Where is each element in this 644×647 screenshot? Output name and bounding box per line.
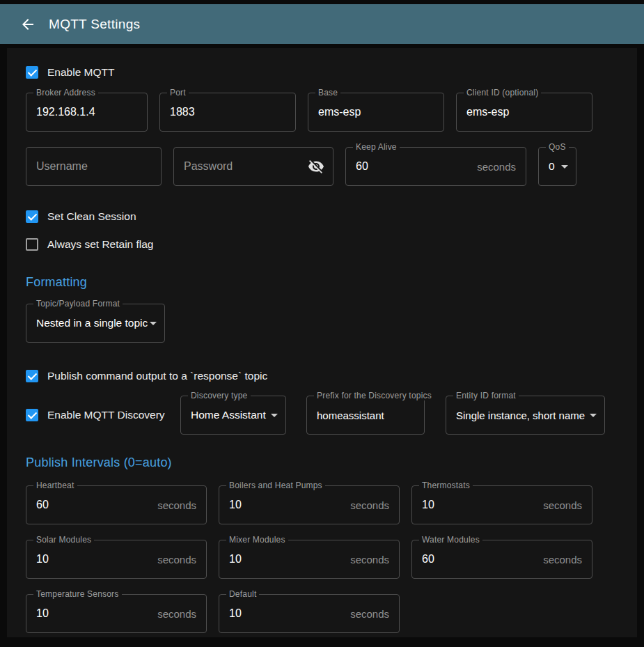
username-field[interactable] — [26, 147, 162, 186]
publish-response-label: Publish command output to a `response` t… — [47, 370, 267, 382]
enable-discovery-checkbox[interactable] — [26, 409, 38, 421]
dropdown-caret-icon — [590, 414, 597, 417]
retain-flag-label: Always set Retain flag — [47, 238, 154, 251]
default-interval-input[interactable] — [219, 595, 399, 632]
temperature-sensors-input[interactable] — [26, 595, 206, 632]
water-label: Water Modules — [419, 535, 482, 545]
content-panel: Enable MQTT Broker Address Port Base Cli… — [7, 48, 637, 637]
clean-session-checkbox[interactable] — [26, 210, 38, 223]
water-input[interactable] — [412, 540, 592, 578]
temperature-sensors-label: Temperature Sensors — [33, 589, 122, 599]
heartbeat-field[interactable]: Heartbeat seconds — [26, 485, 207, 524]
keep-alive-field[interactable]: Keep Alive seconds — [345, 147, 526, 186]
port-input[interactable] — [160, 93, 295, 131]
page-title: MQTT Settings — [49, 17, 140, 32]
default-interval-field[interactable]: Default seconds — [219, 594, 400, 633]
enable-discovery-row[interactable]: Enable MQTT Discovery — [26, 409, 180, 421]
dropdown-caret-icon — [561, 165, 568, 169]
discovery-prefix-field[interactable]: Prefix for the Discovery topics — [306, 396, 425, 435]
keep-alive-input[interactable] — [346, 148, 526, 185]
mixer-label: Mixer Modules — [226, 535, 288, 545]
solar-input[interactable] — [26, 540, 206, 578]
base-label: Base — [315, 88, 340, 98]
thermostats-input[interactable] — [412, 486, 592, 524]
app-bar: MQTT Settings — [0, 4, 644, 44]
client-id-field[interactable]: Client ID (optional) — [456, 93, 592, 132]
password-field[interactable] — [173, 147, 333, 186]
mixer-field[interactable]: Mixer Modules seconds — [219, 540, 400, 579]
entity-format-label: Entity ID format — [453, 391, 519, 400]
discovery-prefix-label: Prefix for the Discovery topics — [314, 391, 434, 400]
base-field[interactable]: Base — [308, 93, 444, 132]
thermostats-label: Thermostats — [419, 481, 473, 490]
thermostats-field[interactable]: Thermostats seconds — [411, 485, 592, 524]
keep-alive-label: Keep Alive — [353, 142, 400, 152]
discovery-type-value: Home Assistant — [191, 409, 266, 421]
entity-format-select[interactable]: Entity ID format Single instance, short … — [446, 396, 605, 435]
heartbeat-input[interactable] — [26, 486, 206, 524]
client-id-label: Client ID (optional) — [464, 88, 541, 98]
port-field[interactable]: Port — [159, 93, 296, 132]
enable-mqtt-checkbox[interactable] — [26, 66, 38, 79]
arrow-back-icon — [19, 16, 36, 33]
boilers-field[interactable]: Boilers and Heat Pumps seconds — [219, 485, 400, 524]
qos-label: QoS — [546, 142, 569, 152]
client-id-input[interactable] — [457, 93, 592, 131]
qos-value: 0 — [549, 160, 555, 173]
publish-response-row[interactable]: Publish command output to a `response` t… — [26, 362, 637, 390]
discovery-row: Enable MQTT Discovery Discovery type Hom… — [26, 396, 637, 435]
broker-address-field[interactable]: Broker Address — [26, 93, 148, 132]
broker-row: Broker Address Port Base Client ID (opti… — [26, 93, 637, 132]
credentials-row: Keep Alive seconds QoS 0 — [26, 147, 637, 186]
boilers-label: Boilers and Heat Pumps — [226, 481, 325, 490]
dropdown-caret-icon — [271, 414, 278, 417]
enable-mqtt-label: Enable MQTT — [47, 66, 114, 79]
formatting-heading: Formatting — [26, 275, 637, 290]
heartbeat-label: Heartbeat — [33, 481, 77, 490]
toggle-password-visibility-button[interactable] — [305, 155, 327, 178]
discovery-type-label: Discovery type — [188, 391, 251, 400]
publish-intervals-heading: Publish Intervals (0=auto) — [26, 455, 637, 470]
broker-address-input[interactable] — [26, 93, 147, 131]
back-button[interactable] — [17, 13, 39, 36]
water-field[interactable]: Water Modules seconds — [411, 540, 592, 579]
clean-session-label: Set Clean Session — [47, 210, 136, 223]
username-input[interactable] — [26, 148, 161, 185]
mixer-input[interactable] — [219, 540, 399, 578]
solar-label: Solar Modules — [33, 535, 94, 545]
entity-format-value: Single instance, short name — [456, 410, 585, 421]
base-input[interactable] — [308, 93, 443, 131]
topic-format-label: Topic/Payload Format — [33, 299, 123, 309]
port-label: Port — [167, 88, 189, 98]
visibility-off-icon — [308, 158, 324, 175]
temperature-sensors-field[interactable]: Temperature Sensors seconds — [26, 594, 207, 633]
topic-format-select[interactable]: Topic/Payload Format Nested in a single … — [26, 304, 165, 343]
broker-address-label: Broker Address — [33, 88, 98, 98]
enable-mqtt-row[interactable]: Enable MQTT — [26, 66, 637, 79]
intervals-grid: Heartbeat seconds Boilers and Heat Pumps… — [26, 485, 637, 633]
discovery-type-select[interactable]: Discovery type Home Assistant — [180, 396, 286, 435]
clean-session-row[interactable]: Set Clean Session — [26, 203, 637, 231]
discovery-prefix-input[interactable] — [307, 396, 424, 434]
solar-field[interactable]: Solar Modules seconds — [26, 540, 207, 579]
boilers-input[interactable] — [219, 486, 399, 524]
retain-flag-checkbox[interactable] — [26, 238, 38, 251]
publish-response-checkbox[interactable] — [26, 370, 38, 382]
qos-select[interactable]: QoS 0 — [538, 147, 576, 186]
topic-format-value: Nested in a single topic — [36, 317, 148, 329]
retain-flag-row[interactable]: Always set Retain flag — [26, 231, 637, 258]
dropdown-caret-icon — [150, 322, 157, 325]
default-interval-label: Default — [226, 589, 259, 599]
enable-discovery-label: Enable MQTT Discovery — [47, 409, 165, 421]
